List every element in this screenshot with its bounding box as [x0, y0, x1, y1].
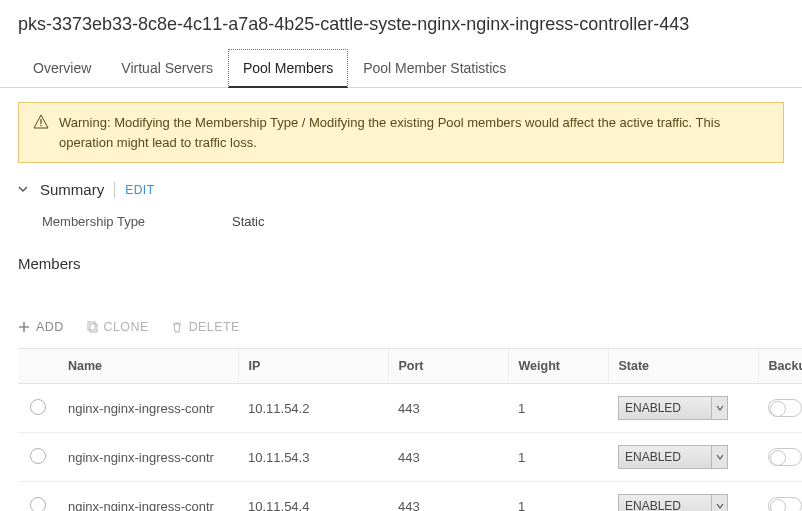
trash-icon — [171, 321, 183, 333]
table-row: nginx-nginx-ingress-contr 10.11.54.2 443… — [18, 384, 802, 433]
delete-button[interactable]: DELETE — [171, 320, 240, 334]
table-header-row: Name IP Port Weight State Backup M — [18, 349, 802, 384]
cell-state: ENABLED — [608, 482, 758, 512]
cell-ip: 10.11.54.4 — [238, 482, 388, 512]
clone-button[interactable]: CLONE — [86, 320, 149, 334]
state-select[interactable]: ENABLED — [618, 494, 728, 511]
tab-pool-members[interactable]: Pool Members — [228, 49, 348, 88]
cell-state: ENABLED — [608, 433, 758, 482]
svg-rect-0 — [40, 119, 41, 124]
add-button[interactable]: ADD — [18, 320, 64, 334]
chevron-down-icon — [711, 397, 727, 419]
cell-weight: 1 — [508, 482, 608, 512]
divider — [114, 182, 115, 198]
col-select — [18, 349, 58, 384]
tab-virtual-servers[interactable]: Virtual Servers — [106, 49, 228, 88]
members-toolbar: ADD CLONE DELETE — [0, 276, 802, 348]
col-name[interactable]: Name — [58, 349, 238, 384]
summary-collapse-chevron[interactable] — [18, 183, 30, 197]
cell-ip: 10.11.54.3 — [238, 433, 388, 482]
chevron-down-icon — [711, 446, 727, 468]
cell-name: nginx-nginx-ingress-contr — [58, 482, 238, 512]
row-select-radio[interactable] — [30, 497, 46, 512]
tab-pool-member-statistics[interactable]: Pool Member Statistics — [348, 49, 521, 88]
add-label: ADD — [36, 320, 64, 334]
warning-icon — [33, 114, 49, 130]
col-port[interactable]: Port — [388, 349, 508, 384]
cell-backup — [758, 384, 802, 433]
cell-weight: 1 — [508, 384, 608, 433]
svg-rect-3 — [90, 324, 97, 332]
tabs: Overview Virtual Servers Pool Members Po… — [0, 49, 802, 88]
chevron-down-icon — [711, 495, 727, 511]
cell-name: nginx-nginx-ingress-contr — [58, 433, 238, 482]
table-row: nginx-nginx-ingress-contr 10.11.54.3 443… — [18, 433, 802, 482]
cell-backup — [758, 482, 802, 512]
membership-type-label: Membership Type — [42, 214, 192, 229]
backup-toggle[interactable] — [768, 497, 802, 511]
state-select[interactable]: ENABLED — [618, 396, 728, 420]
col-state[interactable]: State — [608, 349, 758, 384]
clone-icon — [86, 321, 98, 333]
table-row: nginx-nginx-ingress-contr 10.11.54.4 443… — [18, 482, 802, 512]
backup-toggle[interactable] — [768, 448, 802, 466]
svg-rect-2 — [88, 322, 95, 330]
cell-port: 443 — [388, 433, 508, 482]
row-select-radio[interactable] — [30, 448, 46, 464]
warning-alert: Warning: Modifying the Membership Type /… — [18, 102, 784, 163]
cell-name: nginx-nginx-ingress-contr — [58, 384, 238, 433]
chevron-down-icon — [18, 184, 28, 194]
col-weight[interactable]: Weight — [508, 349, 608, 384]
cell-state: ENABLED — [608, 384, 758, 433]
plus-icon — [18, 321, 30, 333]
delete-label: DELETE — [189, 320, 240, 334]
svg-rect-1 — [40, 125, 41, 126]
summary-title: Summary — [40, 181, 104, 198]
clone-label: CLONE — [104, 320, 149, 334]
cell-ip: 10.11.54.2 — [238, 384, 388, 433]
col-ip[interactable]: IP — [238, 349, 388, 384]
backup-toggle[interactable] — [768, 399, 802, 417]
members-table: Name IP Port Weight State Backup M nginx… — [18, 348, 802, 511]
summary-section: Summary EDIT Membership Type Static — [0, 163, 802, 239]
col-backup[interactable]: Backup M — [758, 349, 802, 384]
membership-type-value: Static — [232, 214, 265, 229]
cell-port: 443 — [388, 482, 508, 512]
tab-overview[interactable]: Overview — [18, 49, 106, 88]
edit-summary-link[interactable]: EDIT — [125, 183, 154, 197]
warning-text: Warning: Modifying the Membership Type /… — [59, 113, 769, 152]
row-select-radio[interactable] — [30, 399, 46, 415]
cell-backup — [758, 433, 802, 482]
state-select[interactable]: ENABLED — [618, 445, 728, 469]
cell-port: 443 — [388, 384, 508, 433]
members-title: Members — [0, 239, 802, 276]
cell-weight: 1 — [508, 433, 608, 482]
page-title: pks-3373eb33-8c8e-4c11-a7a8-4b25-cattle-… — [0, 0, 802, 43]
